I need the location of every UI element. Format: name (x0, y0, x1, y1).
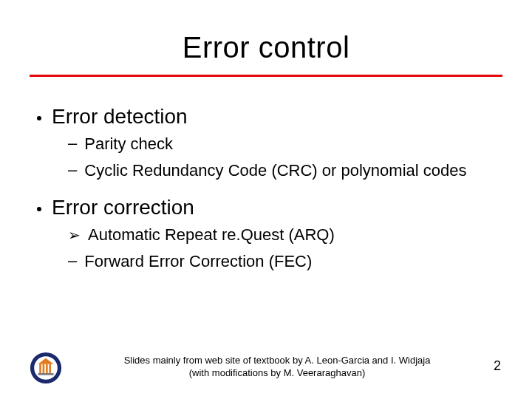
slide-footer: Slides mainly from web site of textbook … (0, 347, 532, 384)
dash-icon: – (68, 160, 77, 181)
bullet-dot-icon (37, 207, 41, 211)
section-heading-text: Error detection (52, 105, 188, 129)
dash-icon: – (68, 133, 77, 154)
slide: Error control Error detection – Parity c… (0, 0, 532, 399)
slide-body: Error detection – Parity check – Cyclic … (0, 77, 532, 273)
university-logo-icon (30, 352, 62, 384)
attribution-line: (with modifications by M. Veeraraghavan) (89, 366, 466, 380)
page-number: 2 (494, 358, 501, 374)
list-item-text: Parity check (84, 133, 173, 155)
svg-rect-6 (49, 364, 51, 373)
arrow-icon: ➢ (68, 225, 81, 245)
list-item: – Forward Error Correction (FEC) (37, 250, 495, 273)
list-item-text: Forward Error Correction (FEC) (84, 250, 312, 273)
list-item-text: Automatic Repeat re.Quest (ARQ) (88, 224, 335, 246)
bullet-dot-icon (37, 116, 41, 120)
section-heading: Error correction (37, 196, 495, 219)
dash-icon: – (68, 250, 77, 272)
list-item: – Cyclic Redundancy Code (CRC) or polyno… (37, 160, 495, 182)
attribution-line: Slides mainly from web site of textbook … (89, 354, 466, 367)
slide-title: Error control (0, 31, 532, 64)
svg-rect-3 (39, 364, 41, 373)
attribution: Slides mainly from web site of textbook … (89, 354, 466, 380)
list-item: – Parity check (37, 133, 495, 155)
section-heading-text: Error correction (52, 196, 194, 219)
svg-rect-5 (46, 364, 48, 373)
svg-rect-2 (38, 373, 53, 375)
section-heading: Error detection (37, 105, 495, 129)
svg-rect-4 (43, 364, 45, 373)
list-item-text: Cyclic Redundancy Code (CRC) or polynomi… (84, 160, 466, 182)
list-item: ➢ Automatic Repeat re.Quest (ARQ) (37, 224, 495, 246)
title-area: Error control (0, 0, 532, 77)
